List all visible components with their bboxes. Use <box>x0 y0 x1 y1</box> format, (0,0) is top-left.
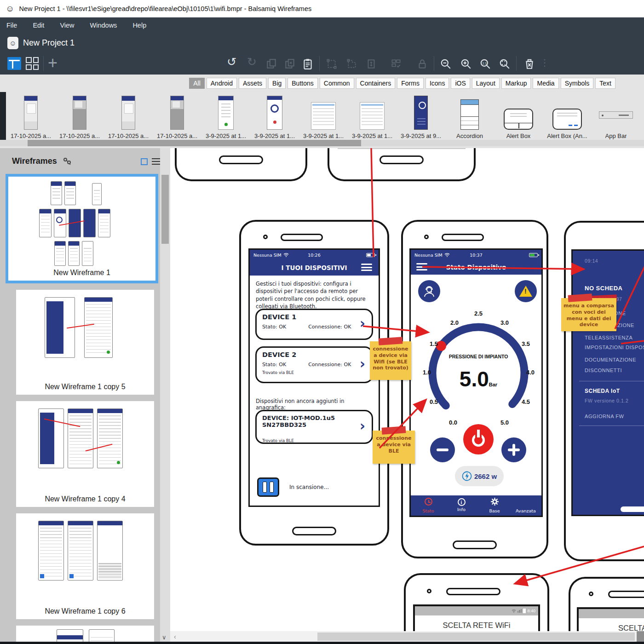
delete-trash-icon[interactable] <box>523 58 535 70</box>
sidebar-scrollbar-thumb[interactable] <box>161 175 169 244</box>
tab-media[interactable]: Media <box>533 78 558 89</box>
thumbnail-view-icon[interactable] <box>141 158 148 165</box>
tab-big[interactable]: Big <box>268 78 286 89</box>
asset-item[interactable]: 17-10-2025 a... <box>6 93 55 139</box>
scanning-label: In scansione... <box>289 484 329 490</box>
asset-item[interactable]: 17-10-2025 a... <box>153 93 201 139</box>
asset-item[interactable]: 3-9-2025 at 9... <box>397 93 445 139</box>
tab-buttons[interactable]: Buttons <box>288 78 317 89</box>
zoom-fit-icon[interactable] <box>499 58 511 70</box>
asset-item[interactable]: Alert Box (An... <box>543 93 592 139</box>
tab-layout[interactable]: Layout <box>472 78 500 89</box>
sidebar-item-new-wireframe-1-copy-5[interactable]: New Wireframe 1 copy 5 <box>16 290 154 395</box>
grid-view-icon[interactable] <box>26 57 39 70</box>
menu-windows[interactable]: Windows <box>82 17 125 33</box>
asset-item[interactable]: 17-10-2025 a... <box>104 93 153 139</box>
sidebar-scrollbar[interactable]: ∨ <box>160 148 170 644</box>
add-icon[interactable]: + <box>48 53 58 73</box>
asset-item[interactable]: 3-9-2025 at 1... <box>299 93 348 139</box>
asset-item[interactable]: Alert Box <box>494 93 543 139</box>
tab-android[interactable]: Android <box>207 78 237 89</box>
tab-common[interactable]: Common <box>320 78 354 89</box>
toggle-panels-icon[interactable] <box>7 57 21 70</box>
sidebar-header: Wireframes <box>0 153 160 171</box>
note-tape <box>568 293 592 302</box>
crop-mask-icon[interactable] <box>346 58 358 70</box>
tab-assets[interactable]: Assets <box>239 78 266 89</box>
asset-strip: 17-10-2025 a... 17-10-2025 a... 17-10-20… <box>6 93 640 139</box>
phone-screen: 09:14 NO SCHEDA 03280697 ASSOCIAZIONE CO… <box>571 249 644 516</box>
fw-version: FW versione 0.1.2 <box>585 398 628 403</box>
wireframe-label: New Wireframe 1 <box>8 269 155 277</box>
asset-thumbnail <box>170 96 184 130</box>
align-grid-icon[interactable] <box>390 58 402 70</box>
canvas-scrollbar-thumb[interactable] <box>317 632 635 641</box>
asset-item[interactable]: 3-9-2025 at 1... <box>201 93 250 139</box>
sidebar-item-new-wireframe-1-copy-6[interactable]: New Wireframe 1 copy 6 <box>16 513 154 619</box>
toolbar-separator <box>516 56 517 71</box>
sticky-note-menu[interactable]: menu a comparsa con voci dei menu e dati… <box>561 298 616 331</box>
scroll-down-icon[interactable]: ∨ <box>162 634 167 641</box>
phone-home-button <box>380 155 424 164</box>
hierarchy-icon[interactable] <box>62 157 72 168</box>
undo-icon[interactable]: ↺ <box>227 55 236 69</box>
phone-screen: Nessuna SIM 10:26 I TUOI DISPOSITIVI Ges… <box>248 248 380 507</box>
zoom-in-icon[interactable] <box>460 58 472 70</box>
asset-item[interactable]: App Bar <box>592 93 640 139</box>
wireframe-phone-gauge[interactable]: Nessuna SIM 10:37 Stato Dispositivo 0.0 <box>401 220 548 558</box>
lock-icon[interactable] <box>416 58 428 70</box>
tab-forms[interactable]: Forms <box>397 78 424 89</box>
window-title: New Project 1 - \\filesvr1\eSige\gread\d… <box>19 5 311 12</box>
menu-help[interactable]: Help <box>125 17 154 33</box>
sticky-note-wifi[interactable]: connessione a device via Wifi (se BLE no… <box>370 341 411 380</box>
asset-item[interactable]: 17-10-2025 a... <box>55 93 104 139</box>
bottom-edge <box>0 642 644 644</box>
tab-text[interactable]: Text <box>595 78 615 89</box>
wireframe-phone-menu[interactable]: 09:14 NO SCHEDA 03280697 ASSOCIAZIONE CO… <box>564 221 644 561</box>
hamburger-menu-icon <box>361 264 372 271</box>
canvas-scrollbar-end[interactable] <box>637 631 644 642</box>
tab-containers[interactable]: Containers <box>356 78 396 89</box>
asset-item[interactable]: 3-9-2025 at 1... <box>250 93 299 139</box>
canvas[interactable]: Nessuna SIM 10:26 I TUOI DISPOSITIVI Ges… <box>170 148 644 644</box>
phone-camera <box>589 592 593 596</box>
sidebar-item-new-wireframe-1[interactable]: New Wireframe 1 <box>6 174 158 283</box>
balsamiq-logo-icon: ☺ <box>6 4 14 14</box>
tab-all[interactable]: All <box>189 78 205 89</box>
scroll-left-icon[interactable]: ‹ <box>174 633 176 640</box>
duplicate-icon[interactable] <box>284 58 296 70</box>
paste-clipboard-icon[interactable] <box>302 58 314 70</box>
window-titlebar: ☺ New Project 1 - \\filesvr1\eSige\gread… <box>0 0 644 17</box>
menu-edit[interactable]: Edit <box>25 17 52 33</box>
asset-item[interactable]: Accordion <box>445 93 494 139</box>
note-tape <box>382 426 406 435</box>
menu-file[interactable]: File <box>0 17 25 33</box>
menu-view[interactable]: View <box>52 17 82 33</box>
tab-icons[interactable]: Icons <box>426 78 449 89</box>
zoom-out-icon[interactable] <box>440 58 452 70</box>
menu-item: DOCUMENTAZIONE <box>585 357 636 362</box>
wireframe-label: New Wireframe 1 copy 4 <box>16 495 154 503</box>
wireframe-phone-partial-top-left[interactable] <box>175 148 307 181</box>
redo-icon[interactable]: ↻ <box>247 55 257 69</box>
sidebar-menu-icon[interactable] <box>152 158 160 165</box>
more-options-icon[interactable]: ⋮ <box>540 57 549 68</box>
tab-markup[interactable]: Markup <box>501 78 531 89</box>
convert-icon[interactable] <box>365 58 377 70</box>
tab-ios[interactable]: iOS <box>451 78 470 89</box>
library-scrollbar-thumb[interactable] <box>28 140 361 146</box>
wireframe-phone-partial-top-right[interactable] <box>328 148 476 181</box>
wireframe-thumbnail-art <box>16 401 154 491</box>
sidebar-item-partial[interactable] <box>16 626 154 644</box>
asset-item[interactable]: 3-9-2025 at 1... <box>348 93 397 139</box>
tab-symbols[interactable]: Symbols <box>561 78 594 89</box>
transform-icon[interactable] <box>326 58 338 70</box>
sticky-note-ble[interactable]: connessione a device via BLE <box>373 431 415 464</box>
wireframe-phone-devices[interactable]: Nessuna SIM 10:26 I TUOI DISPOSITIVI Ges… <box>239 220 389 546</box>
library-scrollbar[interactable] <box>0 140 644 146</box>
canvas-horizontal-scrollbar[interactable]: ‹ <box>170 631 644 642</box>
phone-screen-edge <box>338 148 466 149</box>
zoom-actual-size-icon[interactable]: 1:1 <box>479 58 491 70</box>
sidebar-item-new-wireframe-1-copy-4[interactable]: New Wireframe 1 copy 4 <box>16 401 154 507</box>
copy-icon[interactable] <box>265 58 277 70</box>
